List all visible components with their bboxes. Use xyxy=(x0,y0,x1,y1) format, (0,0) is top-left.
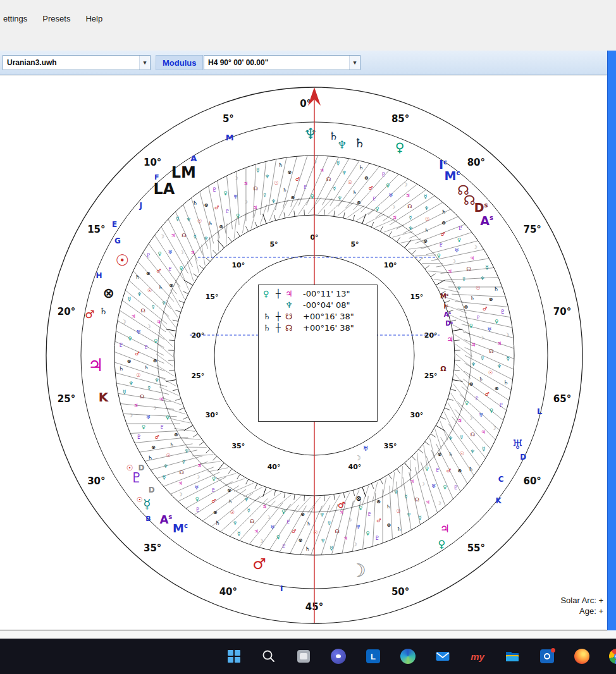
midpoint-cell: ♄ xyxy=(263,312,276,321)
taskbar-chat-icon[interactable] xyxy=(330,648,347,665)
midpoint-row: ♀┼♃-00°11' 13" xyxy=(259,288,377,299)
folder-icon xyxy=(505,649,520,664)
midpoint-cell: ┼ xyxy=(276,312,285,321)
modulus-combo[interactable]: H4 90° 00' 00.00" ▾ xyxy=(204,55,360,70)
midpoint-row: ♆-00°04' 08" xyxy=(259,299,377,310)
midpoint-cell: ♄ xyxy=(263,323,276,333)
age-label: Age: + xyxy=(560,606,603,616)
midpoint-row: ♄┼☋+00°16' 38" xyxy=(259,310,377,322)
taskbar-edge-icon[interactable] xyxy=(400,648,416,665)
firefox-icon xyxy=(574,649,589,664)
midpoint-row: ♄┼☊+00°16' 38" xyxy=(259,322,377,333)
magnifier-icon xyxy=(262,649,276,663)
midpoint-cell: ♆ xyxy=(285,300,303,310)
chevron-down-icon[interactable]: ▾ xyxy=(349,56,360,70)
dial-file-combo[interactable]: Uranian3.uwh ▾ xyxy=(3,55,151,70)
solar-arc-label: Solar Arc: + xyxy=(560,595,603,606)
edge-browser-icon xyxy=(400,649,416,664)
menu-item-help[interactable]: Help xyxy=(85,14,102,51)
my-logo: my xyxy=(471,651,484,662)
modulus-value: H4 90° 00' 00.00" xyxy=(208,58,268,67)
menu-item-settings[interactable]: ettings xyxy=(3,14,27,51)
midpoint-cell: ♃ xyxy=(285,289,303,298)
modulus-label: Modulus xyxy=(156,55,203,70)
chat-bubble-icon xyxy=(331,649,346,664)
dial-file-value: Uranian3.uwh xyxy=(7,58,57,67)
bottom-strip xyxy=(0,630,616,639)
midpoint-list-box: ♀┼♃-00°11' 13"♆-00°04' 08"♄┼☋+00°16' 38"… xyxy=(258,285,378,422)
windows-logo-icon xyxy=(228,650,240,663)
midpoint-cell: +00°16' 38" xyxy=(303,323,377,333)
midpoint-cell: -00°11' 13" xyxy=(303,289,377,298)
chevron-down-icon[interactable]: ▾ xyxy=(139,56,150,70)
taskbar-search-icon[interactable] xyxy=(261,648,277,665)
taskbar-blue-app-icon[interactable] xyxy=(539,648,555,665)
midpoint-cell: ┼ xyxy=(276,323,285,333)
taskbar-icons: L my xyxy=(226,639,616,674)
envelope-icon xyxy=(435,649,450,664)
taskbar-my-app-icon[interactable]: my xyxy=(469,648,486,665)
taskbar-firefox-icon[interactable] xyxy=(574,648,590,665)
taskbar-mail-icon[interactable] xyxy=(434,648,451,665)
midpoint-cell: -00°04' 08" xyxy=(303,300,377,310)
taskbar: L my xyxy=(0,639,616,674)
taskbar-window-app-icon[interactable] xyxy=(295,648,312,665)
scrollbar[interactable] xyxy=(607,51,616,630)
midpoint-cell: ┼ xyxy=(276,289,285,298)
linkedin-icon: L xyxy=(366,649,380,663)
taskbar-linkedin-icon[interactable]: L xyxy=(365,648,381,665)
chrome-icon xyxy=(609,649,616,664)
taskbar-explorer-icon[interactable] xyxy=(504,648,521,665)
midpoint-cell: ☋ xyxy=(285,312,303,321)
status-area: Solar Arc: + Age: + xyxy=(560,595,603,616)
toolbar: Uranian3.uwh ▾ Modulus H4 90° 00' 00.00"… xyxy=(0,51,616,75)
midpoint-cell: ☊ xyxy=(285,323,303,333)
midpoint-cell: +00°16' 38" xyxy=(303,312,377,321)
menu-bar: ettings Presets Help xyxy=(0,0,616,51)
menu-item-presets[interactable]: Presets xyxy=(42,14,70,51)
taskbar-chrome-icon[interactable] xyxy=(608,648,616,665)
midpoint-cell: ♀ xyxy=(263,289,276,298)
window-icon xyxy=(297,650,310,663)
app-window: ettings Presets Help Uranian3.uwh ▾ Modu… xyxy=(0,0,616,674)
blue-app-icon xyxy=(540,649,554,663)
taskbar-start-icon[interactable] xyxy=(226,648,242,665)
